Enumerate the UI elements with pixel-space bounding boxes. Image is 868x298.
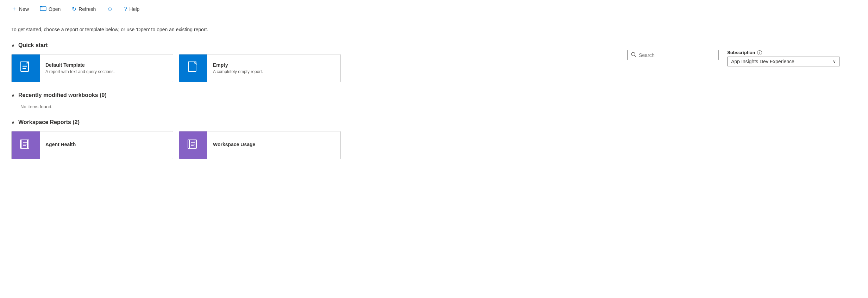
subscription-select[interactable]: App Insights Dev Experience ∨ — [727, 57, 840, 66]
feedback-button[interactable]: ☺ — [103, 4, 117, 14]
document-icon — [20, 61, 31, 75]
chevron-down-icon: ∨ — [833, 59, 836, 64]
svg-line-4 — [635, 56, 636, 57]
toolbar: ＋ New Open ↻ Refresh ☺ ? Help — [0, 0, 868, 18]
intro-text: To get started, choose a report or templ… — [11, 27, 857, 32]
workspace-usage-title: Workspace Usage — [213, 142, 335, 147]
open-icon — [40, 6, 46, 12]
default-template-desc: A report with text and query sections. — [45, 69, 167, 74]
empty-card-text: Empty A completely empty report. — [207, 58, 340, 78]
svg-rect-2 — [40, 7, 46, 11]
new-label: New — [19, 6, 29, 12]
empty-card-title: Empty — [213, 62, 335, 68]
subscription-label: Subscription i — [727, 50, 840, 55]
refresh-button[interactable]: ↻ Refresh — [68, 4, 100, 14]
recently-modified-header[interactable]: ∧ Recently modified workbooks (0) — [11, 92, 857, 98]
filter-row: Subscription i App Insights Dev Experien… — [627, 50, 840, 66]
refresh-label: Refresh — [78, 6, 96, 12]
default-template-icon-bg — [12, 54, 40, 82]
search-icon — [631, 52, 636, 58]
search-box[interactable] — [627, 50, 719, 60]
default-template-card[interactable]: Default Template A report with text and … — [11, 54, 173, 82]
search-input[interactable] — [639, 52, 715, 58]
empty-card-icon-bg — [179, 54, 207, 82]
workspace-usage-icon-bg — [179, 131, 207, 159]
workspace-reports-header[interactable]: ∧ Workspace Reports (2) — [11, 119, 857, 125]
subscription-value: App Insights Dev Experience — [731, 59, 794, 64]
workspace-usage-card[interactable]: Workspace Usage — [179, 131, 341, 159]
agent-health-card[interactable]: Agent Health — [11, 131, 173, 159]
help-icon: ? — [124, 6, 127, 12]
empty-card[interactable]: Empty A completely empty report. — [179, 54, 341, 82]
quick-start-title: Quick start — [18, 42, 48, 48]
refresh-icon: ↻ — [72, 6, 76, 12]
default-template-text: Default Template A report with text and … — [40, 58, 173, 78]
search-container — [627, 50, 719, 60]
workspace-reports-toggle-icon: ∧ — [11, 119, 15, 125]
agent-health-icon-bg — [12, 131, 40, 159]
help-button[interactable]: ? Help — [120, 4, 144, 14]
agent-health-text: Agent Health — [40, 137, 173, 153]
subscription-container: Subscription i App Insights Dev Experien… — [727, 50, 840, 66]
workspace-reports-cards: Agent Health Workspace Usage — [11, 131, 857, 159]
open-label: Open — [49, 6, 61, 12]
agent-health-title: Agent Health — [45, 142, 167, 147]
recently-modified-toggle-icon: ∧ — [11, 92, 15, 98]
open-button[interactable]: Open — [36, 4, 65, 14]
plus-icon: ＋ — [11, 5, 17, 13]
help-label: Help — [130, 6, 140, 12]
workspace-reports-section: ∧ Workspace Reports (2) Agent Health — [11, 119, 857, 159]
workspace-reports-title: Workspace Reports (2) — [18, 119, 80, 125]
main-content: To get started, choose a report or templ… — [0, 18, 868, 177]
recently-modified-title: Recently modified workbooks (0) — [18, 92, 107, 98]
recently-modified-section: ∧ Recently modified workbooks (0) No ite… — [11, 92, 857, 109]
empty-card-desc: A completely empty report. — [213, 69, 335, 74]
workbook-icon — [20, 139, 32, 151]
new-button[interactable]: ＋ New — [7, 3, 33, 15]
quick-start-header[interactable]: ∧ Quick start — [11, 42, 857, 48]
empty-document-icon — [188, 61, 199, 75]
no-items-text: No items found. — [20, 104, 857, 109]
quick-start-toggle-icon: ∧ — [11, 43, 15, 48]
subscription-info-icon[interactable]: i — [757, 50, 762, 55]
default-template-title: Default Template — [45, 62, 167, 68]
workspace-usage-icon — [187, 139, 199, 151]
feedback-icon: ☺ — [107, 6, 113, 12]
workspace-usage-text: Workspace Usage — [207, 137, 340, 153]
